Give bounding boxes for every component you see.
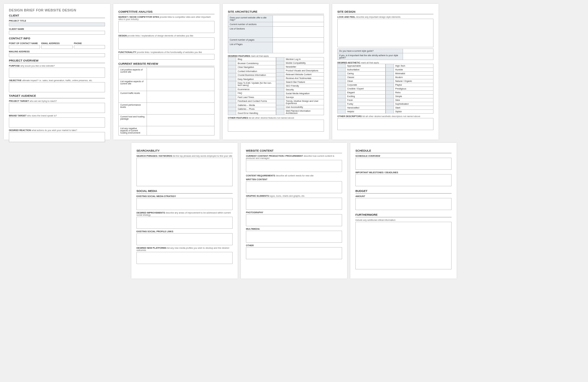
input-other-features[interactable] — [228, 120, 324, 132]
input-mailing[interactable] — [9, 53, 105, 57]
input-photography[interactable] — [246, 214, 342, 226]
checklist-checkbox[interactable] — [386, 102, 393, 106]
checklist-checkbox[interactable] — [276, 69, 284, 73]
arch-sections-list-input[interactable] — [273, 27, 324, 38]
checklist-checkbox[interactable] — [228, 69, 236, 73]
checklist-checkbox[interactable] — [276, 76, 284, 80]
checklist-checkbox[interactable] — [338, 95, 346, 98]
review-positive-input[interactable] — [147, 68, 215, 79]
checklist-checkbox[interactable] — [386, 76, 393, 79]
input-new-platforms[interactable] — [136, 252, 233, 264]
checklist-checkbox[interactable] — [386, 106, 393, 110]
checklist-checkbox[interactable] — [276, 84, 284, 88]
checklist-checkbox[interactable] — [276, 61, 284, 65]
review-performance-input[interactable] — [147, 103, 215, 115]
checklist-checkbox[interactable] — [276, 109, 284, 115]
checklist-checkbox[interactable] — [338, 102, 346, 106]
input-design[interactable] — [118, 37, 215, 49]
review-negative-input[interactable] — [147, 79, 215, 91]
review-performance-label: Current performance levels — [119, 103, 147, 115]
checklist-checkbox[interactable] — [338, 72, 346, 76]
checklist-checkbox[interactable] — [228, 57, 236, 61]
checklist-checkbox[interactable] — [276, 96, 284, 99]
input-search-phrases[interactable] — [136, 158, 233, 186]
input-poc[interactable] — [9, 45, 40, 49]
checklist-checkbox[interactable] — [228, 99, 236, 103]
checklist-checkbox[interactable] — [228, 91, 236, 95]
arch-sections-count-input[interactable] — [273, 22, 324, 27]
arch-sitemap-input[interactable] — [273, 16, 324, 22]
arch-pages-list-input[interactable] — [273, 42, 324, 53]
checklist-checkbox[interactable] — [276, 99, 284, 105]
checklist-checkbox[interactable] — [228, 87, 236, 91]
checklist-checkbox[interactable] — [228, 103, 236, 107]
input-client-name[interactable] — [9, 31, 105, 35]
checklist-checkbox[interactable] — [386, 110, 393, 114]
checklist-checkbox[interactable] — [228, 81, 236, 87]
checklist-checkbox[interactable] — [338, 110, 346, 114]
input-multimedia[interactable] — [246, 231, 342, 243]
checklist-checkbox[interactable] — [338, 98, 346, 102]
arch-pages-count-input[interactable] — [273, 38, 324, 42]
styleguide-a2[interactable] — [403, 53, 433, 60]
input-graphic-elements[interactable] — [246, 198, 342, 210]
checklist-checkbox[interactable] — [276, 80, 284, 84]
checklist-checkbox[interactable] — [338, 87, 346, 91]
input-desired-improvements[interactable] — [136, 217, 233, 229]
input-other-descriptors[interactable] — [337, 118, 433, 130]
checklist-checkbox[interactable] — [276, 92, 284, 96]
checklist-checkbox[interactable] — [276, 65, 284, 69]
input-existing-strategy[interactable] — [136, 198, 233, 210]
checklist-checkbox[interactable] — [386, 83, 393, 87]
input-project-target[interactable] — [9, 103, 105, 113]
input-phone[interactable] — [74, 45, 105, 49]
input-schedule-overview[interactable] — [355, 158, 452, 170]
input-amount[interactable] — [355, 198, 452, 210]
input-objective[interactable] — [9, 82, 105, 92]
input-milestones[interactable] — [355, 174, 452, 186]
input-functionality[interactable] — [118, 54, 215, 60]
checklist-checkbox[interactable] — [338, 83, 346, 87]
checklist-checkbox[interactable] — [386, 91, 393, 95]
review-traffic-input[interactable] — [147, 91, 215, 103]
input-reaction[interactable] — [9, 132, 105, 142]
review-host-input[interactable] — [147, 115, 215, 126]
checklist-checkbox[interactable] — [228, 61, 236, 65]
checklist-checkbox[interactable] — [386, 79, 393, 83]
checklist-checkbox[interactable] — [228, 65, 236, 69]
checklist-checkbox[interactable] — [228, 95, 236, 99]
input-additional-info[interactable] — [355, 222, 452, 269]
input-market[interactable] — [118, 21, 215, 33]
input-content-production[interactable] — [246, 160, 342, 172]
checklist-checkbox[interactable] — [338, 106, 346, 110]
input-purpose[interactable] — [9, 68, 105, 78]
checklist-checkbox[interactable] — [276, 105, 284, 109]
input-existing-profiles[interactable] — [136, 233, 233, 245]
checklist-checkbox[interactable] — [386, 64, 393, 68]
checklist-checkbox[interactable] — [276, 57, 284, 61]
checklist-checkbox[interactable] — [228, 107, 236, 111]
input-project-title[interactable] — [9, 23, 105, 26]
input-look-feel[interactable] — [337, 19, 433, 47]
checklist-checkbox[interactable] — [276, 88, 284, 92]
checklist-checkbox[interactable] — [386, 98, 393, 102]
input-written-content[interactable] — [246, 181, 342, 193]
checklist-checkbox[interactable] — [228, 73, 236, 77]
checklist-checkbox[interactable] — [228, 111, 236, 115]
input-brand-target[interactable] — [9, 117, 105, 128]
checklist-checkbox[interactable] — [228, 77, 236, 81]
checklist-checkbox[interactable] — [386, 68, 393, 72]
checklist-checkbox[interactable] — [386, 87, 393, 91]
checklist-checkbox[interactable] — [338, 68, 346, 72]
checklist-checkbox[interactable] — [338, 64, 346, 68]
checklist-checkbox[interactable] — [338, 91, 346, 95]
input-email[interactable] — [41, 45, 72, 49]
styleguide-a1[interactable] — [403, 49, 433, 53]
checklist-checkbox[interactable] — [338, 79, 346, 83]
checklist-checkbox[interactable] — [386, 72, 393, 76]
input-other-content[interactable] — [246, 247, 342, 259]
checklist-checkbox[interactable] — [276, 73, 284, 76]
checklist-checkbox[interactable] — [338, 76, 346, 79]
checklist-checkbox[interactable] — [386, 95, 393, 98]
review-hosting-neg-input[interactable] — [147, 126, 215, 135]
